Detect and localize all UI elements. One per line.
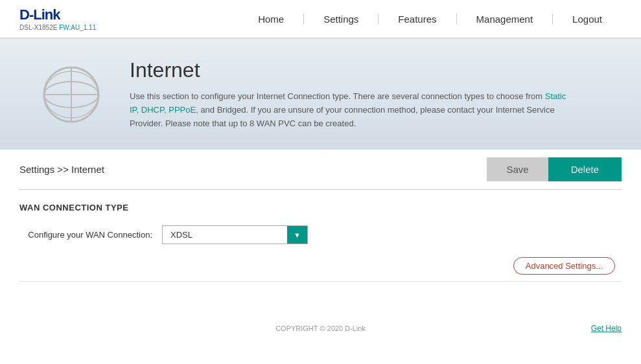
hero-section: Internet Use this section to configure y… bbox=[0, 39, 641, 150]
hero-highlight-dhcp: DHCP, bbox=[141, 105, 169, 115]
wan-select-wrapper[interactable] bbox=[162, 225, 308, 244]
main-nav: Home Settings Features Management Logout bbox=[239, 14, 622, 25]
footer-help-link[interactable]: Get Help bbox=[591, 324, 622, 333]
action-buttons: Save Delete bbox=[487, 157, 622, 181]
wan-section: WAN CONNECTION TYPE Configure your WAN C… bbox=[19, 190, 622, 301]
logo-link: Link bbox=[33, 6, 60, 23]
advanced-settings-link[interactable]: Advanced Settings... bbox=[513, 257, 615, 275]
nav-features[interactable]: Features bbox=[379, 14, 456, 25]
wan-form-label: Configure your WAN Connection: bbox=[19, 230, 162, 240]
section-divider bbox=[19, 281, 622, 282]
hero-highlight-pppoe: PPPoE, bbox=[169, 105, 198, 115]
header: D-Link DSL-X1852E FW:AU_1.11 Home Settin… bbox=[0, 0, 641, 39]
wan-select-dropdown-button[interactable] bbox=[287, 226, 307, 244]
firmware-label: FW:AU_1.11 bbox=[59, 24, 96, 31]
logo-area: D-Link DSL-X1852E FW:AU_1.11 bbox=[19, 6, 96, 31]
advanced-settings-row: Advanced Settings... bbox=[19, 257, 622, 275]
hero-text: Internet Use this section to configure y… bbox=[130, 58, 570, 130]
content-area: Settings >> Internet Save Delete WAN CON… bbox=[0, 150, 641, 301]
page-title: Internet bbox=[130, 58, 570, 82]
hero-desc-1: Use this section to configure your Inter… bbox=[130, 91, 545, 101]
save-button[interactable]: Save bbox=[487, 157, 548, 181]
footer-copyright: COPYRIGHT © 2020 D-Link bbox=[220, 324, 421, 332]
delete-button[interactable]: Delete bbox=[548, 157, 622, 181]
model-info: DSL-X1852E FW:AU_1.11 bbox=[19, 24, 96, 31]
wan-select-input[interactable] bbox=[163, 226, 287, 244]
hero-description: Use this section to configure your Inter… bbox=[130, 90, 570, 130]
nav-home[interactable]: Home bbox=[239, 14, 304, 25]
action-bar: Settings >> Internet Save Delete bbox=[19, 150, 622, 190]
model-number: DSL-X1852E bbox=[19, 24, 57, 31]
logo-d: D- bbox=[19, 6, 33, 23]
nav-management[interactable]: Management bbox=[457, 14, 554, 25]
wan-form-row: Configure your WAN Connection: bbox=[19, 225, 622, 244]
nav-settings[interactable]: Settings bbox=[304, 14, 379, 25]
nav-logout[interactable]: Logout bbox=[553, 14, 622, 25]
breadcrumb: Settings >> Internet bbox=[19, 164, 104, 175]
globe-icon bbox=[39, 62, 104, 127]
footer: COPYRIGHT © 2020 D-Link Get Help bbox=[0, 314, 641, 343]
wan-section-title: WAN CONNECTION TYPE bbox=[19, 203, 622, 212]
logo: D-Link bbox=[19, 6, 96, 23]
